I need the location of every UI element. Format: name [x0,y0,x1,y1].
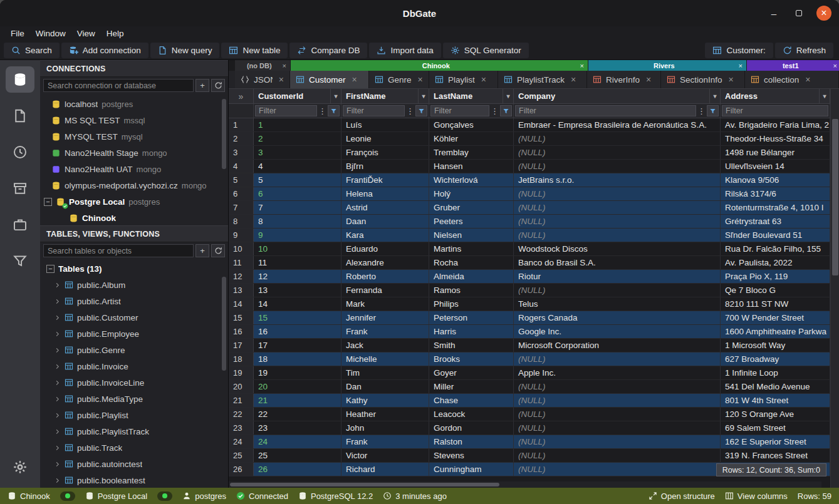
menu-help[interactable]: Help [101,28,130,39]
connection-nano2health-uat[interactable]: Nano2Health UATmongo [40,161,228,177]
cell-address[interactable]: 69 Salem Street [721,421,830,435]
cell-firstname[interactable]: Alexandre [341,256,429,269]
row-number[interactable]: 12 [229,270,254,283]
horizontal-scrollbar-thumb[interactable] [230,483,499,486]
row-number[interactable]: 15 [229,311,254,324]
cell-lastname[interactable]: Chase [429,394,514,407]
grid-row-21[interactable]: 2121KathyChase(NULL)801 W 4th Street [229,394,830,408]
connection-mysql-test[interactable]: MYSQL TESTmysql [40,128,228,145]
cell-customerid[interactable]: 19 [254,366,341,379]
close-icon[interactable]: × [571,75,576,85]
cell-firstname[interactable]: Jack [341,339,429,352]
cell-customerid[interactable]: 21 [254,394,341,407]
table-public-mediatype[interactable]: public.MediaType [40,391,228,407]
cell-lastname[interactable]: Ramos [429,284,514,297]
grid-row-5[interactable]: 55FrantiĎekWichterlováJetBrains s.r.o.Kl… [229,173,830,187]
grid-row-18[interactable]: 1818MichelleBrooks(NULL)627 Broadway [229,352,830,366]
cell-lastname[interactable]: Holý [429,187,514,200]
tables-group[interactable]: −Tables (13) [40,260,228,277]
cell-company[interactable]: (NULL) [514,215,721,228]
cell-firstname[interactable]: Daan [341,215,429,228]
connection-ms-sql-test[interactable]: MS SQL TESTmssql [40,112,228,128]
cell-address[interactable]: Grétrystraat 63 [721,215,830,228]
collapse-icon[interactable]: − [46,265,55,273]
cell-address[interactable]: 541 Del Medio Avenue [721,380,830,393]
status-open-structure[interactable]: Open structure [649,491,715,501]
close-icon[interactable]: × [279,75,284,85]
cell-customerid[interactable]: 14 [254,297,341,311]
close-icon[interactable]: × [805,75,810,85]
tab-riverinfo[interactable]: RiverInfo× [587,71,661,88]
toolbar-compare-db[interactable]: Compare DB [289,43,367,58]
row-number[interactable]: 17 [229,339,254,352]
row-number[interactable]: 22 [229,408,254,421]
cell-lastname[interactable]: Peterson [429,311,514,324]
grid-row-20[interactable]: 2020DanMiller(NULL)541 Del Medio Avenue [229,380,830,394]
tab-collection[interactable]: collection× [745,71,839,88]
status-view-columns[interactable]: View columns [725,491,788,501]
cell-address[interactable]: 162 E Superior Street [721,435,830,448]
row-number[interactable]: 24 [229,435,254,448]
cell-lastname[interactable]: Wichterlová [429,173,514,187]
cell-address[interactable]: 700 W Pender Street [721,311,830,324]
column-header-firstname[interactable]: FirstName▾ [341,89,429,103]
cell-firstname[interactable]: Richard [341,463,429,476]
tab-group-chinook[interactable]: Chinook× [291,60,588,71]
row-number[interactable]: 18 [229,352,254,366]
cell-customerid[interactable]: 1 [254,118,341,131]
cell-company[interactable]: (NULL) [514,463,721,476]
column-menu-icon[interactable]: ▾ [503,89,513,103]
row-number[interactable]: 23 [229,421,254,435]
cell-lastname[interactable]: Gonçalves [429,118,514,131]
cell-address[interactable]: Sľnder Boulevard 51 [721,229,830,242]
cell-customerid[interactable]: 7 [254,201,341,214]
grid-row-15[interactable]: 1515JenniferPetersonRogers Canada700 W P… [229,311,830,325]
row-number[interactable]: 5 [229,173,254,187]
cell-company[interactable]: (NULL) [514,284,721,297]
vertical-scrollbar-thumb[interactable] [832,119,838,275]
cell-address[interactable]: Rilská 3174/6 [721,187,830,200]
row-number[interactable]: 3 [229,146,254,159]
row-number[interactable]: 14 [229,297,254,311]
tab-sectioninfo[interactable]: SectionInfo× [661,71,745,88]
row-number[interactable]: 16 [229,325,254,338]
tab-group-rivers[interactable]: Rivers× [588,60,746,71]
close-button[interactable]: × [816,6,831,21]
activitybar-cell-data[interactable] [6,248,34,274]
grid-row-1[interactable]: 11LuísGonçalvesEmbraer - Empresa Brasile… [229,118,830,132]
tables-refresh-button[interactable] [211,244,225,257]
cell-lastname[interactable]: Brooks [429,352,514,366]
cell-lastname[interactable]: Peeters [429,215,514,228]
cell-firstname[interactable]: Helena [341,187,429,200]
grid-row-10[interactable]: 1010EduardoMartinsWoodstock DiscosRua Dr… [229,242,830,256]
filter-funnel-icon[interactable] [415,105,427,116]
cell-lastname[interactable]: Ralston [429,435,514,448]
cell-customerid[interactable]: 20 [254,380,341,393]
filter-menu-icon[interactable]: ⋮ [697,105,706,116]
close-icon[interactable]: × [729,75,734,85]
close-icon[interactable]: × [283,62,286,69]
column-menu-icon[interactable]: ▾ [330,89,341,103]
cell-company[interactable]: (NULL) [514,201,721,214]
table-public-album[interactable]: public.Album [40,277,228,293]
cell-company[interactable]: Woodstock Discos [514,242,721,255]
cell-firstname[interactable]: Roberto [341,270,429,283]
cell-company[interactable]: (NULL) [514,435,721,448]
cell-firstname[interactable]: Frank [341,435,429,448]
cell-customerid[interactable]: 5 [254,173,341,187]
cell-company[interactable]: (NULL) [514,449,721,462]
cell-address[interactable]: 1 Microsoft Way [721,339,830,352]
toolbar-search[interactable]: Search [4,43,60,58]
filter-menu-icon[interactable]: ⋮ [405,105,415,116]
row-number[interactable]: 13 [229,284,254,297]
cell-customerid[interactable]: 6 [254,187,341,200]
row-number[interactable]: 1 [229,118,254,131]
close-icon[interactable]: × [418,75,423,85]
filter-input-firstname[interactable] [343,105,405,116]
cell-lastname[interactable]: Gordon [429,421,514,435]
status-postgresql-12-2[interactable]: PostgreSQL 12.2 [298,491,373,501]
cell-lastname[interactable]: Nielsen [429,229,514,242]
tables-search-input[interactable] [43,244,194,257]
status-postgre-local[interactable]: Postgre Local [85,491,148,501]
cell-firstname[interactable]: Heather [341,408,429,421]
